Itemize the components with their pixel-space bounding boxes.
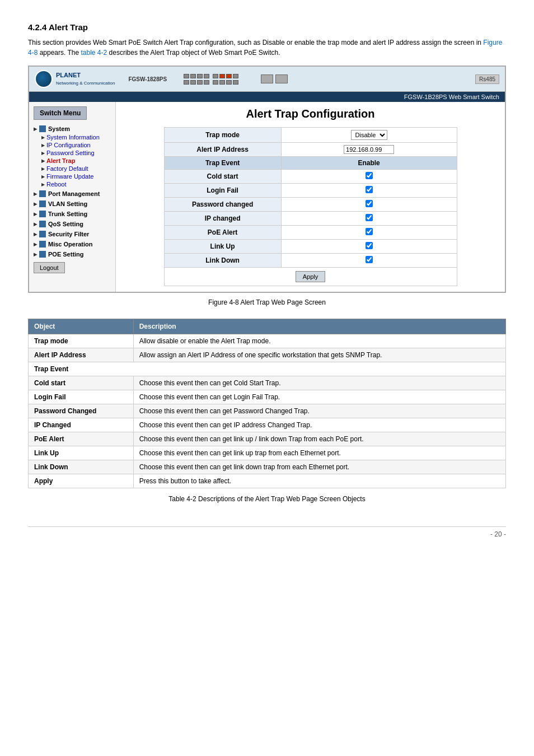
security-icon [39, 231, 46, 237]
event-link-up-row: Link Up [164, 240, 457, 254]
obj-apply: Apply [29, 474, 134, 488]
sidebar-security-label: Security Filter [48, 231, 89, 237]
alert-ip-input[interactable] [344, 145, 394, 154]
vlan-icon [39, 200, 46, 207]
event-poe-alert-row: PoE Alert [164, 226, 457, 240]
sfp-area [261, 74, 288, 83]
sidebar-category-port-mgmt[interactable]: ▶ Port Management [29, 189, 115, 198]
event-cold-start-checkbox[interactable] [366, 172, 373, 179]
planet-logo: PLANETNetworking & Communication [35, 70, 115, 88]
apply-button[interactable]: Apply [296, 271, 326, 282]
alert-ip-value-cell [281, 143, 457, 157]
sidebar-category-trunk[interactable]: ▶ Trunk Setting [29, 209, 115, 218]
event-link-up-label: Link Up [164, 240, 281, 254]
sidebar-qos-label: QoS Setting [48, 221, 83, 227]
sidebar-item-password[interactable]: ▶Password Setting [29, 149, 115, 157]
apply-cell: Apply [164, 268, 457, 286]
switch-menu-button[interactable]: Switch Menu [34, 106, 87, 120]
event-link-up-checkbox[interactable] [366, 242, 373, 249]
sidebar-misc-label: Misc Operation [48, 241, 92, 248]
event-password-changed-checkbox[interactable] [366, 200, 373, 207]
event-login-fail-cell [281, 184, 457, 198]
section-heading: 4.2.4 Alert Trap [28, 22, 506, 32]
col-description-header: Description [133, 319, 505, 334]
event-ip-changed-label: IP changed [164, 212, 281, 226]
sidebar-section-trunk: ▶ Trunk Setting [29, 209, 115, 218]
poe-icon [39, 251, 46, 258]
sidebar-section-poe: ▶ POE Setting [29, 250, 115, 259]
intro-paragraph: This section provides Web Smart PoE Swit… [28, 38, 506, 58]
trap-event-label: Trap Event [164, 157, 281, 170]
trap-mode-value-cell: Disable Enable [281, 128, 457, 143]
desc-table-body: Trap mode Allow disable or enable the Al… [29, 334, 506, 488]
sidebar-category-misc[interactable]: ▶ Misc Operation [29, 240, 115, 249]
obj-link-down: Link Down [29, 460, 134, 474]
sidebar-category-system[interactable]: ▶ System [29, 124, 115, 133]
desc-trap-mode: Allow disable or enable the Alert Trap m… [133, 334, 505, 348]
sidebar-item-firmware-update[interactable]: ▶Firmware Update [29, 172, 115, 180]
sidebar-item-factory-default[interactable]: ▶Factory Default [29, 165, 115, 172]
sidebar-item-ip-config[interactable]: ▶IP Configuration [29, 141, 115, 149]
alert-ip-row: Alert IP Address [164, 143, 457, 157]
desc-table: Object Description Trap mode Allow disab… [28, 319, 506, 488]
event-link-down-label: Link Down [164, 254, 281, 268]
row-poe-alert: PoE Alert Choose this event then can get… [29, 432, 506, 446]
desc-password-changed: Choose this event then can get Password … [133, 404, 505, 418]
event-password-changed-row: Password changed [164, 198, 457, 212]
page-number: - 20 - [28, 530, 506, 538]
logout-button[interactable]: Logout [34, 262, 65, 273]
sidebar-section-port-mgmt: ▶ Port Management [29, 189, 115, 198]
port-mgmt-icon [39, 190, 46, 197]
event-cold-start-cell [281, 170, 457, 184]
content-area: Alert Trap Configuration Trap mode Disab… [116, 102, 505, 292]
event-link-up-cell [281, 240, 457, 254]
sidebar-item-alert-trap[interactable]: ▶Alert Trap [29, 157, 115, 165]
event-ip-changed-row: IP changed [164, 212, 457, 226]
sidebar-vlan-label: VLAN Setting [48, 200, 87, 207]
qos-icon [39, 221, 46, 227]
row-trap-event-header: Trap Event [29, 362, 506, 376]
row-link-down: Link Down Choose this event then can get… [29, 460, 506, 474]
sidebar: Switch Menu ▶ System ▶System Information… [29, 102, 116, 292]
event-poe-alert-cell [281, 226, 457, 240]
desc-ip-changed: Choose this event then can get IP addres… [133, 418, 505, 432]
desc-alert-ip: Allow assign an Alert IP Address of one … [133, 348, 505, 362]
desc-link-down: Choose this event then can get link down… [133, 460, 505, 474]
table-link[interactable]: table 4-2 [81, 49, 107, 57]
event-link-down-cell [281, 254, 457, 268]
event-cold-start-row: Cold start [164, 170, 457, 184]
system-icon [39, 125, 46, 132]
event-password-changed-cell [281, 198, 457, 212]
desc-apply: Press this button to take affect. [133, 474, 505, 488]
trap-event-header-row: Trap Event Enable [164, 157, 457, 170]
sidebar-item-system-info[interactable]: ▶System Information [29, 133, 115, 141]
apply-row: Apply [164, 268, 457, 286]
event-login-fail-label: Login Fail [164, 184, 281, 198]
alert-ip-label: Alert IP Address [164, 143, 281, 157]
event-login-fail-row: Login Fail [164, 184, 457, 198]
sidebar-item-reboot[interactable]: ▶Reboot [29, 180, 115, 188]
sidebar-poe-label: POE Setting [48, 251, 84, 258]
sidebar-category-poe[interactable]: ▶ POE Setting [29, 250, 115, 259]
obj-cold-start: Cold start [29, 376, 134, 390]
sidebar-system-label: System [48, 125, 70, 132]
event-link-down-checkbox[interactable] [366, 256, 373, 263]
desc-cold-start: Choose this event then can get Cold Star… [133, 376, 505, 390]
event-ip-changed-checkbox[interactable] [366, 214, 373, 221]
desc-link-up: Choose this event then can get link up t… [133, 446, 505, 460]
event-login-fail-checkbox[interactable] [366, 186, 373, 193]
event-password-changed-label: Password changed [164, 198, 281, 212]
enable-label: Enable [281, 157, 457, 170]
trunk-icon [39, 211, 46, 217]
event-poe-alert-checkbox[interactable] [366, 228, 373, 235]
trap-mode-select[interactable]: Disable Enable [351, 130, 387, 140]
sidebar-category-vlan[interactable]: ▶ VLAN Setting [29, 199, 115, 208]
sidebar-category-qos[interactable]: ▶ QoS Setting [29, 220, 115, 228]
page-divider [28, 526, 506, 527]
banner: PLANETNetworking & Communication FGSW-18… [29, 67, 505, 92]
main-layout: Switch Menu ▶ System ▶System Information… [29, 102, 505, 292]
page-title: Alert Trap Configuration [127, 108, 494, 120]
sidebar-section-system: ▶ System ▶System Information ▶IP Configu… [29, 124, 115, 188]
sidebar-category-security[interactable]: ▶ Security Filter [29, 230, 115, 239]
arrow-icon: ▶ [34, 127, 37, 132]
